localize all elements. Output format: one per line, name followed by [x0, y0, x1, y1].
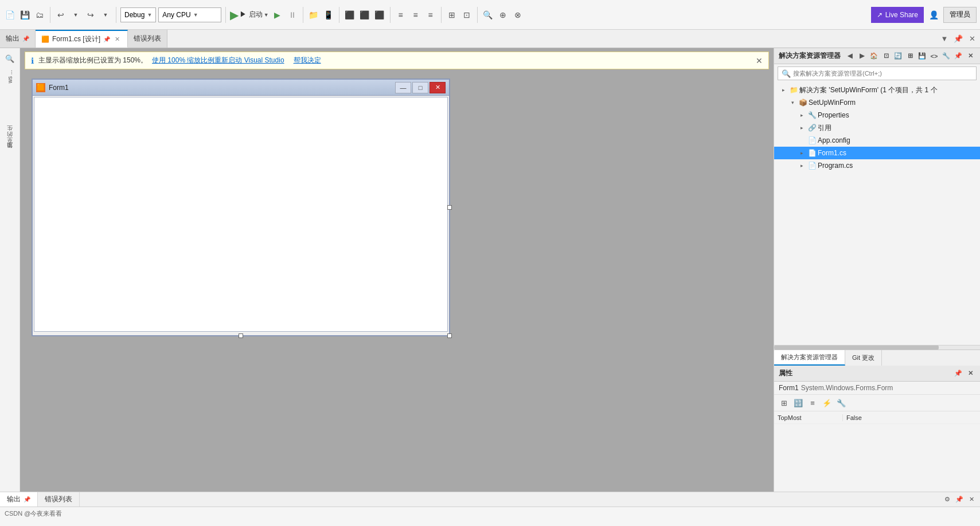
panel-props-icon[interactable]: 🔧 — [941, 51, 951, 61]
btab-pin-icon[interactable]: 📌 — [954, 494, 965, 505]
tab-git-changes[interactable]: Git 更改 — [845, 350, 882, 366]
form-minimize-button[interactable]: — — [395, 82, 411, 93]
panel-home-icon[interactable]: 🏠 — [869, 51, 879, 61]
grid-icon[interactable]: ⊞ — [446, 9, 458, 21]
close-panel-icon[interactable]: ✕ — [966, 33, 978, 45]
solution-icon: 📁 — [789, 85, 798, 95]
align-left-icon[interactable]: ⬛ — [343, 9, 356, 21]
notification-link[interactable]: 使用 100% 缩放比例重新启动 Visual Studio — [152, 56, 284, 65]
pause-icon[interactable]: ⏸ — [286, 9, 299, 21]
account-icon[interactable]: 👤 — [927, 9, 940, 21]
ls-search-icon[interactable]: 🔍 — [2, 50, 18, 66]
format1-icon[interactable]: ≡ — [395, 9, 407, 21]
tab-list-icon[interactable]: ▼ — [939, 33, 950, 45]
tree-references[interactable]: ▸ 🔗 引用 — [774, 121, 980, 134]
undo-icon[interactable]: ↩ — [54, 9, 67, 21]
redo-dropdown-icon[interactable]: ▼ — [99, 9, 112, 21]
notification-help[interactable]: 帮我决定 — [294, 56, 321, 65]
tab-output-pin[interactable]: 📌 — [22, 36, 29, 42]
props-events-icon[interactable]: ⚡ — [821, 397, 833, 409]
new-project-icon[interactable]: 📄 — [3, 9, 16, 21]
sep4 — [303, 7, 303, 23]
resize-handle-bottom-center[interactable] — [239, 333, 243, 338]
right-panel: 解决方案资源管理器 ◀ ▶ 🏠 ⊡ 🔄 ⊞ 💾 <> 🔧 📌 ✕ 🔍 — [774, 48, 980, 492]
props-pin-icon[interactable]: 📌 — [953, 368, 963, 379]
ls-text-zhi[interactable]: 至 — [6, 145, 14, 150]
ls-text-sheng[interactable]: 生 — [6, 134, 14, 138]
tree-project[interactable]: ▾ 📦 SetUpWinForm — [774, 96, 980, 109]
props-settings-icon[interactable]: 🔧 — [835, 397, 848, 409]
panel-forward-icon[interactable]: ▶ — [857, 51, 867, 61]
panel-sync-icon[interactable]: ⊡ — [881, 51, 891, 61]
btab-config-icon[interactable]: ⚙ — [942, 494, 952, 505]
btab-close-icon[interactable]: ✕ — [966, 494, 977, 505]
ls-text-ws[interactable]: ws ... — [7, 68, 13, 85]
solution-h-scrollbar[interactable] — [774, 345, 980, 350]
properties-label: Properties — [818, 111, 980, 119]
live-share-button[interactable]: ↗ Live Share — [871, 7, 924, 23]
btab-output[interactable]: 输出 📌 — [0, 492, 38, 507]
properties-toolbar: ⊞ 🔡 ≡ ⚡ 🔧 — [774, 395, 980, 411]
admin-button[interactable]: 管理员 — [943, 7, 977, 23]
panel-pin-icon[interactable]: 📌 — [953, 51, 963, 61]
props-val-topmost[interactable]: False — [843, 414, 980, 421]
panel-save-icon[interactable]: 💾 — [917, 51, 927, 61]
solution-search-input[interactable] — [793, 70, 973, 77]
folder-icon[interactable]: 📁 — [307, 9, 320, 21]
tree-program-cs[interactable]: ▸ 📄 Program.cs — [774, 159, 980, 172]
align-right-icon[interactable]: ⬛ — [373, 9, 386, 21]
tab-form1-design[interactable]: 🟧 Form1.cs [设计] 📌 ✕ — [36, 30, 128, 48]
props-close-icon[interactable]: ✕ — [965, 368, 975, 379]
panel-back-icon[interactable]: ◀ — [845, 51, 855, 61]
tree-form1-cs[interactable]: ▸ 📄 Form1.cs — [774, 147, 980, 159]
zoom-icon[interactable]: 🔍 — [482, 9, 494, 21]
props-alpha-icon[interactable]: 🔡 — [792, 397, 805, 409]
tab-solution-explorer[interactable]: 解决方案资源管理器 — [774, 350, 845, 366]
play2-icon[interactable]: ▶ — [271, 9, 284, 21]
undo-dropdown-icon[interactable]: ▼ — [69, 9, 82, 21]
solution-search-box[interactable]: 🔍 — [778, 66, 977, 80]
panel-collapse-icon[interactable]: ⊞ — [905, 51, 915, 61]
save-icon[interactable]: 💾 — [18, 9, 31, 21]
form-designer-window[interactable]: 🟧 Form1 — □ ✕ — [32, 78, 450, 336]
tree-solution-root[interactable]: ▸ 📁 解决方案 'SetUpWinForm' (1 个项目，共 1 个 — [774, 84, 980, 96]
align-center-icon[interactable]: ⬛ — [358, 9, 371, 21]
tab-form1-close-button[interactable]: ✕ — [113, 35, 122, 44]
tab-error-list[interactable]: 错误列表 — [128, 30, 167, 48]
ls-text-add[interactable]: 添加 — [6, 151, 14, 155]
panel-code-icon[interactable]: <> — [929, 51, 939, 61]
btab-error-list[interactable]: 错误列表 — [38, 492, 80, 507]
auto-hide-icon[interactable]: 📌 — [952, 33, 964, 45]
start-button[interactable]: ▶ ▶ 启动 ▼ — [230, 8, 268, 22]
format2-icon[interactable]: ≡ — [409, 9, 422, 21]
format3-icon[interactable]: ≡ — [424, 9, 437, 21]
snap-icon[interactable]: ⊡ — [460, 9, 473, 21]
resize-handle-right[interactable] — [447, 205, 452, 210]
debug-label: Debug — [124, 11, 145, 19]
form-close-button[interactable]: ✕ — [430, 82, 446, 93]
notification-close-button[interactable]: ✕ — [756, 56, 763, 65]
tree-properties[interactable]: ▸ 🔧 Properties — [774, 109, 980, 121]
bottom-content: CSDN @今夜来看看 — [0, 507, 980, 520]
device-icon[interactable]: 📱 — [322, 9, 335, 21]
resize-handle-bottom-right[interactable] — [447, 333, 452, 338]
more1-icon[interactable]: ⊕ — [497, 9, 509, 21]
form1-cs-arrow: ▸ — [797, 148, 806, 158]
props-categ-icon[interactable]: ⊞ — [778, 397, 790, 409]
btab-output-pin[interactable]: 📌 — [24, 496, 30, 503]
redo-icon[interactable]: ↪ — [84, 9, 97, 21]
props-props-icon[interactable]: ≡ — [806, 397, 819, 409]
form-maximize-button[interactable]: □ — [412, 82, 428, 93]
form-body[interactable] — [34, 97, 448, 332]
toolbar-right: ↗ Live Share 👤 管理员 — [871, 7, 977, 23]
notification-icon: ℹ — [31, 56, 34, 65]
cpu-dropdown[interactable]: Any CPU ▼ — [158, 7, 221, 22]
debug-dropdown[interactable]: Debug ▼ — [120, 7, 156, 22]
panel-close-icon[interactable]: ✕ — [965, 51, 975, 61]
panel-refresh-icon[interactable]: 🔄 — [893, 51, 903, 61]
save-all-icon[interactable]: 🗂 — [33, 9, 46, 21]
more2-icon[interactable]: ⊗ — [512, 9, 524, 21]
tab-output[interactable]: 输出 📌 — [0, 30, 36, 48]
tree-app-config[interactable]: ▸ 📄 App.config — [774, 134, 980, 147]
ls-text-de[interactable]: 的 — [6, 139, 14, 144]
